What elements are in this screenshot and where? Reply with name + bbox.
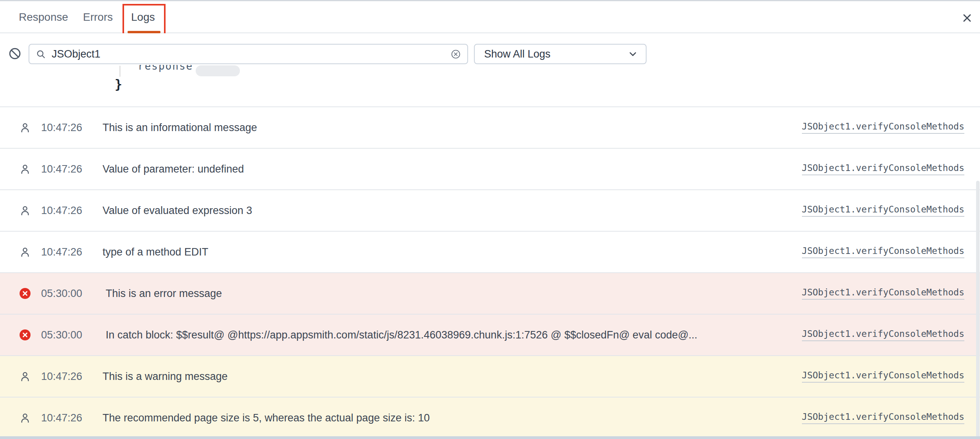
user-source-icon	[20, 412, 31, 423]
log-message: This is an error message	[106, 288, 222, 300]
chevron-down-icon	[627, 48, 639, 60]
panel-bottom-edge	[0, 436, 980, 439]
log-timestamp: 10:47:26	[41, 122, 92, 134]
tab-logs[interactable]: Logs	[131, 1, 155, 33]
error-icon	[20, 288, 31, 299]
log-row[interactable]: 10:47:26 The recommended page size is 5,…	[0, 397, 980, 438]
log-timestamp: 10:47:26	[41, 205, 92, 217]
log-row[interactable]: 10:47:26 This is an informational messag…	[0, 106, 980, 148]
logs-toolbar: Show All Logs	[0, 33, 980, 68]
clear-search-icon[interactable]	[450, 49, 461, 59]
clear-logs-icon[interactable]	[9, 47, 21, 60]
log-source-link[interactable]: JSObject1.verifyConsoleMethods	[802, 204, 964, 217]
log-message: Value of evaluated expression 3	[103, 205, 252, 217]
log-source-link[interactable]: JSObject1.verifyConsoleMethods	[802, 370, 964, 383]
log-list: 10:47:26 This is an informational messag…	[0, 106, 980, 438]
debugger-panel: Response Errors Logs	[0, 0, 980, 439]
log-timestamp: 05:30:00	[41, 288, 92, 300]
code-closing-brace: }	[115, 77, 122, 92]
log-timestamp: 10:47:26	[41, 246, 92, 258]
log-row[interactable]: 10:47:26 Value of parameter: undefined J…	[0, 148, 980, 189]
log-message: In catch block: $$result@ @https://app.a…	[106, 329, 697, 341]
log-timestamp: 10:47:26	[41, 371, 92, 383]
log-row[interactable]: 05:30:00 In catch block: $$result@ @http…	[0, 314, 980, 355]
user-source-icon	[20, 371, 31, 382]
log-row[interactable]: 05:30:00 This is an error message JSObje…	[0, 272, 980, 314]
log-source-link[interactable]: JSObject1.verifyConsoleMethods	[802, 246, 964, 258]
log-source-link[interactable]: JSObject1.verifyConsoleMethods	[802, 163, 964, 175]
log-timestamp: 10:47:26	[41, 412, 92, 424]
log-timestamp: 10:47:26	[41, 163, 92, 175]
vertical-scrollbar[interactable]	[976, 181, 980, 439]
log-row[interactable]: 10:47:26 Value of evaluated expression 3…	[0, 189, 980, 231]
log-message: The recommended page size is 5, whereas …	[103, 412, 430, 424]
log-source-link[interactable]: JSObject1.verifyConsoleMethods	[802, 412, 964, 424]
log-filter-selected-value: Show All Logs	[484, 48, 627, 60]
user-source-icon	[20, 205, 31, 216]
log-timestamp: 05:30:00	[41, 329, 92, 341]
indent-guide-line	[119, 66, 121, 77]
log-source-link[interactable]: JSObject1.verifyConsoleMethods	[802, 287, 964, 300]
log-message: Value of parameter: undefined	[103, 163, 244, 175]
tab-response[interactable]: Response	[19, 1, 68, 33]
search-icon	[36, 49, 46, 59]
debugger-tabbar: Response Errors Logs	[0, 1, 980, 33]
log-filter-dropdown[interactable]: Show All Logs	[474, 44, 647, 64]
log-row[interactable]: 10:47:26 type of a method EDIT JSObject1…	[0, 231, 980, 272]
close-icon[interactable]	[961, 12, 973, 24]
user-source-icon	[20, 164, 31, 175]
log-source-link[interactable]: JSObject1.verifyConsoleMethods	[802, 329, 964, 341]
log-message: type of a method EDIT	[103, 246, 208, 258]
tab-errors[interactable]: Errors	[83, 1, 113, 33]
code-value-pill	[196, 65, 240, 76]
search-input[interactable]	[52, 48, 450, 60]
log-message: This is an informational message	[103, 122, 257, 134]
user-source-icon	[20, 246, 31, 257]
log-source-link[interactable]: JSObject1.verifyConsoleMethods	[802, 121, 964, 134]
log-message: This is a warning message	[103, 371, 228, 383]
log-row[interactable]: 10:47:26 This is a warning message JSObj…	[0, 355, 980, 397]
code-preview-clipped: response }	[0, 65, 980, 106]
user-source-icon	[20, 122, 31, 133]
code-clipped-text: response	[138, 65, 193, 76]
log-search-box[interactable]	[29, 44, 468, 64]
error-icon	[20, 329, 31, 340]
